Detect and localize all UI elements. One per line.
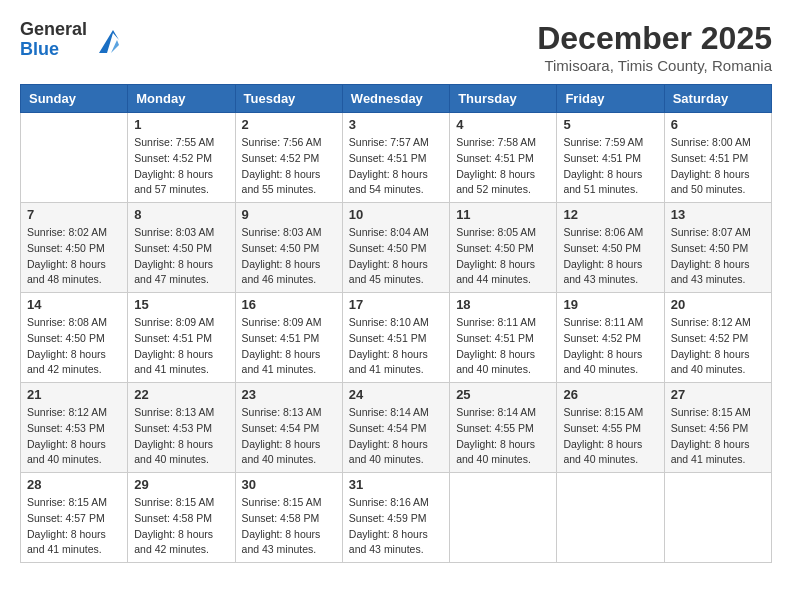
calendar-cell: 10Sunrise: 8:04 AM Sunset: 4:50 PM Dayli… [342,203,449,293]
page-header: General Blue December 2025 Timisoara, Ti… [20,20,772,74]
calendar-week-row: 14Sunrise: 8:08 AM Sunset: 4:50 PM Dayli… [21,293,772,383]
day-info: Sunrise: 8:14 AM Sunset: 4:54 PM Dayligh… [349,405,443,468]
day-info: Sunrise: 8:15 AM Sunset: 4:56 PM Dayligh… [671,405,765,468]
calendar-header-friday: Friday [557,85,664,113]
day-number: 17 [349,297,443,312]
logo-blue: Blue [20,40,87,60]
day-info: Sunrise: 8:00 AM Sunset: 4:51 PM Dayligh… [671,135,765,198]
day-info: Sunrise: 8:14 AM Sunset: 4:55 PM Dayligh… [456,405,550,468]
day-info: Sunrise: 8:03 AM Sunset: 4:50 PM Dayligh… [242,225,336,288]
day-info: Sunrise: 8:13 AM Sunset: 4:54 PM Dayligh… [242,405,336,468]
month-title: December 2025 [537,20,772,57]
calendar-week-row: 1Sunrise: 7:55 AM Sunset: 4:52 PM Daylig… [21,113,772,203]
calendar-header-wednesday: Wednesday [342,85,449,113]
calendar-cell: 5Sunrise: 7:59 AM Sunset: 4:51 PM Daylig… [557,113,664,203]
calendar-cell: 1Sunrise: 7:55 AM Sunset: 4:52 PM Daylig… [128,113,235,203]
calendar-cell: 30Sunrise: 8:15 AM Sunset: 4:58 PM Dayli… [235,473,342,563]
day-info: Sunrise: 8:09 AM Sunset: 4:51 PM Dayligh… [242,315,336,378]
calendar-cell [21,113,128,203]
day-number: 10 [349,207,443,222]
calendar-cell: 27Sunrise: 8:15 AM Sunset: 4:56 PM Dayli… [664,383,771,473]
calendar-cell: 12Sunrise: 8:06 AM Sunset: 4:50 PM Dayli… [557,203,664,293]
day-number: 24 [349,387,443,402]
day-info: Sunrise: 8:09 AM Sunset: 4:51 PM Dayligh… [134,315,228,378]
calendar-cell [450,473,557,563]
day-number: 14 [27,297,121,312]
day-info: Sunrise: 8:12 AM Sunset: 4:53 PM Dayligh… [27,405,121,468]
day-info: Sunrise: 8:15 AM Sunset: 4:58 PM Dayligh… [242,495,336,558]
calendar-cell: 16Sunrise: 8:09 AM Sunset: 4:51 PM Dayli… [235,293,342,383]
day-number: 16 [242,297,336,312]
day-number: 23 [242,387,336,402]
day-info: Sunrise: 8:04 AM Sunset: 4:50 PM Dayligh… [349,225,443,288]
day-info: Sunrise: 8:03 AM Sunset: 4:50 PM Dayligh… [134,225,228,288]
svg-marker-1 [111,40,119,53]
day-number: 6 [671,117,765,132]
day-number: 3 [349,117,443,132]
calendar-header-tuesday: Tuesday [235,85,342,113]
calendar-cell: 28Sunrise: 8:15 AM Sunset: 4:57 PM Dayli… [21,473,128,563]
day-info: Sunrise: 7:58 AM Sunset: 4:51 PM Dayligh… [456,135,550,198]
day-info: Sunrise: 8:15 AM Sunset: 4:55 PM Dayligh… [563,405,657,468]
day-number: 2 [242,117,336,132]
day-number: 15 [134,297,228,312]
day-number: 31 [349,477,443,492]
day-number: 8 [134,207,228,222]
calendar-cell: 11Sunrise: 8:05 AM Sunset: 4:50 PM Dayli… [450,203,557,293]
calendar-cell: 15Sunrise: 8:09 AM Sunset: 4:51 PM Dayli… [128,293,235,383]
day-number: 4 [456,117,550,132]
calendar-cell: 22Sunrise: 8:13 AM Sunset: 4:53 PM Dayli… [128,383,235,473]
day-info: Sunrise: 8:16 AM Sunset: 4:59 PM Dayligh… [349,495,443,558]
calendar-cell: 21Sunrise: 8:12 AM Sunset: 4:53 PM Dayli… [21,383,128,473]
day-number: 11 [456,207,550,222]
day-info: Sunrise: 8:08 AM Sunset: 4:50 PM Dayligh… [27,315,121,378]
calendar-week-row: 7Sunrise: 8:02 AM Sunset: 4:50 PM Daylig… [21,203,772,293]
location: Timisoara, Timis County, Romania [537,57,772,74]
day-number: 30 [242,477,336,492]
day-info: Sunrise: 8:06 AM Sunset: 4:50 PM Dayligh… [563,225,657,288]
day-info: Sunrise: 8:05 AM Sunset: 4:50 PM Dayligh… [456,225,550,288]
day-number: 5 [563,117,657,132]
calendar-cell: 9Sunrise: 8:03 AM Sunset: 4:50 PM Daylig… [235,203,342,293]
day-number: 9 [242,207,336,222]
day-number: 22 [134,387,228,402]
day-number: 28 [27,477,121,492]
day-number: 19 [563,297,657,312]
calendar-header-sunday: Sunday [21,85,128,113]
day-info: Sunrise: 7:55 AM Sunset: 4:52 PM Dayligh… [134,135,228,198]
day-number: 13 [671,207,765,222]
day-info: Sunrise: 8:10 AM Sunset: 4:51 PM Dayligh… [349,315,443,378]
calendar-cell: 23Sunrise: 8:13 AM Sunset: 4:54 PM Dayli… [235,383,342,473]
calendar-cell: 4Sunrise: 7:58 AM Sunset: 4:51 PM Daylig… [450,113,557,203]
day-number: 18 [456,297,550,312]
day-number: 7 [27,207,121,222]
calendar-cell: 3Sunrise: 7:57 AM Sunset: 4:51 PM Daylig… [342,113,449,203]
day-number: 21 [27,387,121,402]
calendar-cell: 19Sunrise: 8:11 AM Sunset: 4:52 PM Dayli… [557,293,664,383]
calendar-week-row: 21Sunrise: 8:12 AM Sunset: 4:53 PM Dayli… [21,383,772,473]
day-info: Sunrise: 8:15 AM Sunset: 4:57 PM Dayligh… [27,495,121,558]
day-info: Sunrise: 8:11 AM Sunset: 4:51 PM Dayligh… [456,315,550,378]
calendar-header-saturday: Saturday [664,85,771,113]
calendar-cell: 31Sunrise: 8:16 AM Sunset: 4:59 PM Dayli… [342,473,449,563]
day-info: Sunrise: 8:12 AM Sunset: 4:52 PM Dayligh… [671,315,765,378]
day-info: Sunrise: 8:07 AM Sunset: 4:50 PM Dayligh… [671,225,765,288]
calendar-cell: 26Sunrise: 8:15 AM Sunset: 4:55 PM Dayli… [557,383,664,473]
day-number: 12 [563,207,657,222]
day-info: Sunrise: 7:59 AM Sunset: 4:51 PM Dayligh… [563,135,657,198]
day-info: Sunrise: 8:15 AM Sunset: 4:58 PM Dayligh… [134,495,228,558]
calendar-cell: 8Sunrise: 8:03 AM Sunset: 4:50 PM Daylig… [128,203,235,293]
calendar-header-thursday: Thursday [450,85,557,113]
day-number: 25 [456,387,550,402]
calendar-cell: 18Sunrise: 8:11 AM Sunset: 4:51 PM Dayli… [450,293,557,383]
logo: General Blue [20,20,121,60]
calendar-cell: 29Sunrise: 8:15 AM Sunset: 4:58 PM Dayli… [128,473,235,563]
day-info: Sunrise: 8:02 AM Sunset: 4:50 PM Dayligh… [27,225,121,288]
calendar-cell [664,473,771,563]
calendar-cell: 14Sunrise: 8:08 AM Sunset: 4:50 PM Dayli… [21,293,128,383]
day-info: Sunrise: 7:57 AM Sunset: 4:51 PM Dayligh… [349,135,443,198]
logo-general: General [20,20,87,40]
calendar-cell: 7Sunrise: 8:02 AM Sunset: 4:50 PM Daylig… [21,203,128,293]
calendar-cell: 2Sunrise: 7:56 AM Sunset: 4:52 PM Daylig… [235,113,342,203]
svg-marker-0 [99,30,119,53]
